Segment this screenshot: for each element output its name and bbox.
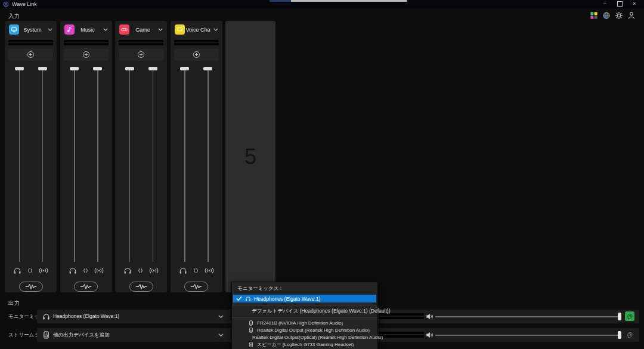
unlink-icon[interactable] bbox=[137, 267, 144, 274]
unlink-icon[interactable] bbox=[82, 267, 89, 274]
monitor-fader-track[interactable] bbox=[184, 69, 185, 262]
marketplace-icon[interactable] bbox=[590, 11, 598, 20]
unlink-icon[interactable] bbox=[193, 267, 199, 274]
speaker-device-icon bbox=[249, 342, 253, 347]
ear-icon bbox=[627, 332, 633, 338]
check-icon bbox=[236, 296, 242, 301]
monitor-fader-track[interactable] bbox=[19, 69, 20, 262]
dropdown-item-label: Realtek Digital Output(Optical) (Realtek… bbox=[252, 335, 383, 340]
chevron-down-icon[interactable] bbox=[213, 28, 218, 32]
monitor-volume-handle[interactable] bbox=[618, 313, 621, 320]
monitor-fader-handle[interactable] bbox=[180, 67, 189, 70]
dropdown-item-default[interactable]: デフォルトデバイス (Headphones (Elgato Wave:1) (D… bbox=[232, 307, 377, 315]
dropdown-item-device[interactable]: Realtek Digital Output(Optical) (Realtek… bbox=[232, 334, 377, 341]
stream-fader-track[interactable] bbox=[153, 69, 154, 262]
headphones-icon[interactable] bbox=[179, 267, 187, 274]
channel-name: Music bbox=[76, 27, 100, 33]
channel-level-meter bbox=[64, 40, 109, 45]
monitor-fader-track[interactable] bbox=[74, 69, 75, 262]
close-button[interactable]: × bbox=[627, 0, 642, 8]
maximize-button[interactable] bbox=[612, 0, 627, 8]
audio-effect-button[interactable] bbox=[19, 282, 43, 292]
add-effect-button[interactable] bbox=[64, 48, 109, 61]
chevron-down-icon[interactable] bbox=[158, 28, 163, 32]
stream-listen-button[interactable] bbox=[625, 330, 634, 339]
channel-color-icon bbox=[64, 24, 75, 35]
chevron-down-icon[interactable] bbox=[48, 28, 52, 32]
background-window-edge-blue bbox=[270, 0, 291, 2]
divider bbox=[232, 305, 377, 305]
audio-effect-button[interactable] bbox=[184, 282, 208, 292]
add-effect-button[interactable] bbox=[174, 48, 219, 61]
channel-strip-voice-chat: Voice Chat bbox=[171, 21, 222, 292]
stream-fader-handle[interactable] bbox=[203, 67, 212, 70]
broadcast-icon[interactable] bbox=[149, 267, 159, 274]
plus-circle-icon bbox=[82, 51, 90, 58]
monitor-listen-button[interactable] bbox=[625, 311, 634, 321]
plus-circle-icon bbox=[137, 51, 145, 58]
stream-level-meter bbox=[379, 332, 424, 338]
channel-name: System bbox=[20, 27, 45, 33]
monitor-device-select[interactable]: Headphones (Elgato Wave:1) bbox=[53, 310, 119, 323]
dropdown-item-selected[interactable]: Headphones (Elgato Wave:1) bbox=[233, 295, 376, 302]
stream-fader-handle[interactable] bbox=[38, 67, 47, 70]
app-title: Wave Link bbox=[12, 1, 37, 7]
stream-fader-track[interactable] bbox=[97, 69, 98, 262]
broadcast-icon[interactable] bbox=[39, 267, 48, 274]
stream-fader-track[interactable] bbox=[42, 69, 44, 262]
wave-link-logo-icon bbox=[3, 1, 9, 7]
stream-volume-slider[interactable] bbox=[435, 335, 621, 336]
headphones-icon[interactable] bbox=[69, 267, 77, 274]
chevron-down-icon[interactable] bbox=[103, 28, 108, 32]
dropdown-item-device[interactable]: Realtek Digital Output (Realtek High Def… bbox=[232, 327, 377, 334]
chevron-down-icon[interactable] bbox=[218, 315, 224, 319]
chevron-down-icon[interactable] bbox=[218, 333, 224, 337]
audio-effect-button[interactable] bbox=[74, 282, 98, 292]
stream-volume-handle[interactable] bbox=[618, 331, 621, 339]
monitor-fader-handle[interactable] bbox=[125, 67, 134, 70]
monitor-fader-track[interactable] bbox=[129, 69, 131, 262]
channel-strip-music: Music bbox=[60, 21, 112, 292]
monitor-volume-slider[interactable] bbox=[435, 316, 621, 317]
add-effect-button[interactable] bbox=[119, 48, 163, 61]
waveform-pulse-icon bbox=[79, 283, 93, 291]
minimize-button[interactable]: – bbox=[597, 0, 612, 8]
stream-fader-handle[interactable] bbox=[148, 67, 157, 70]
empty-channel-slot[interactable]: 5 bbox=[225, 21, 275, 292]
add-effect-button[interactable] bbox=[8, 48, 53, 61]
unlink-icon[interactable] bbox=[27, 267, 33, 274]
stream-fader-track[interactable] bbox=[208, 69, 209, 262]
channel-level-meter bbox=[119, 40, 163, 45]
speaker-device-icon bbox=[42, 331, 50, 339]
plus-circle-icon bbox=[27, 51, 35, 58]
monitor-icon bbox=[11, 26, 17, 33]
channel-strip-game: Game bbox=[115, 21, 167, 292]
community-globe-icon[interactable] bbox=[602, 11, 611, 20]
settings-gear-icon[interactable] bbox=[615, 11, 623, 20]
dropdown-item-device[interactable]: スピーカー (Logitech G733 Gaming Headset) bbox=[232, 341, 377, 348]
broadcast-icon[interactable] bbox=[205, 267, 214, 274]
stream-fader-handle[interactable] bbox=[93, 67, 102, 70]
monitor-fader-handle[interactable] bbox=[15, 67, 24, 70]
headphones-icon[interactable] bbox=[13, 267, 21, 274]
audio-effect-button[interactable] bbox=[129, 282, 153, 292]
headphones-icon[interactable] bbox=[123, 267, 132, 274]
broadcast-icon[interactable] bbox=[94, 267, 104, 274]
monitor-fader-handle[interactable] bbox=[70, 67, 79, 70]
dropdown-item-label: Headphones (Elgato Wave:1) bbox=[254, 296, 320, 302]
chat-bubble-icon bbox=[177, 26, 183, 33]
stream-device-select[interactable]: 他の出力デバイスを追加 bbox=[53, 328, 110, 342]
dropdown-item-device[interactable]: FR2401B (NVIDIA High Definition Audio) bbox=[232, 320, 377, 327]
channel-level-meter bbox=[8, 40, 53, 45]
channel-name: Voice Chat bbox=[186, 27, 210, 33]
channel-color-icon bbox=[119, 24, 129, 35]
headphones-icon bbox=[42, 313, 50, 320]
dropdown-item-label: デフォルトデバイス (Headphones (Elgato Wave:1) (D… bbox=[252, 308, 390, 315]
speaker-volume-icon bbox=[426, 331, 434, 339]
waveform-pulse-icon bbox=[134, 283, 148, 291]
channel-color-icon bbox=[175, 24, 185, 35]
monitor-mix-dropdown: モニターミックス : Headphones (Elgato Wave:1) デフ… bbox=[231, 282, 378, 349]
account-person-icon[interactable] bbox=[627, 11, 636, 20]
wave-link-window: Wave Link – × 入力 出力 System bbox=[0, 0, 644, 349]
dropdown-item-label: Realtek Digital Output (Realtek High Def… bbox=[257, 328, 370, 333]
